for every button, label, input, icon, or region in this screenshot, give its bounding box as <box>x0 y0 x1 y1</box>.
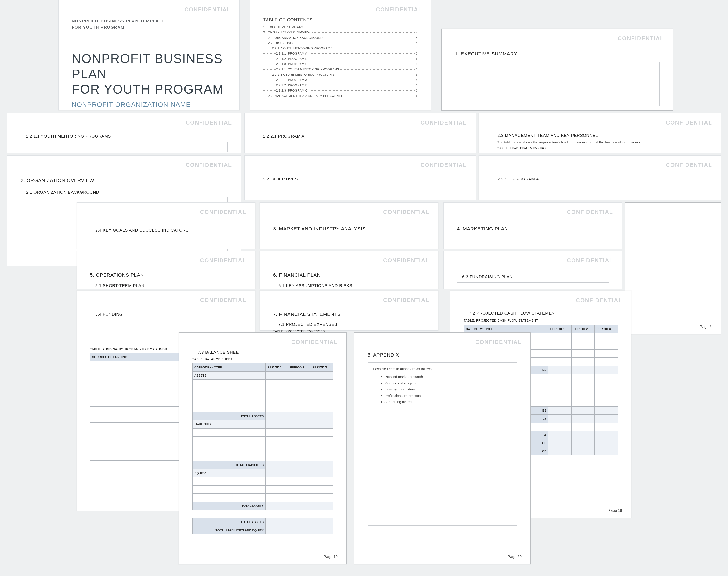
confidential-label: CONFIDENTIAL <box>567 257 613 264</box>
content-box <box>455 62 660 106</box>
toc-row: 2.2.2.3 PROGRAM C6 <box>263 88 418 93</box>
confidential-label: CONFIDENTIAL <box>666 162 712 168</box>
page-balance-sheet: CONFIDENTIAL 7.3 BALANCE SHEET TABLE: BA… <box>179 333 347 564</box>
toc-row: 2.2.1 YOUTH MENTORING PROGRAMS5 <box>263 46 418 51</box>
confidential-label: CONFIDENTIAL <box>186 119 232 126</box>
page-key-goals: CONFIDENTIAL 2.4 KEY GOALS AND SUCCESS I… <box>77 202 255 249</box>
col-period1: PERIOD 1 <box>548 325 572 333</box>
toc-heading: TABLE OF CONTENTS <box>263 18 418 23</box>
section-fin-stmts: 7. FINANCIAL STATEMENTS <box>273 312 425 317</box>
confidential-label: CONFIDENTIAL <box>383 257 429 264</box>
page-objectives: CONFIDENTIAL 2.2 OBJECTIVES <box>244 155 476 200</box>
page-market-analysis: CONFIDENTIAL 3. MARKET AND INDUSTRY ANAL… <box>260 202 438 249</box>
page-exec-summary: CONFIDENTIAL 1. EXECUTIVE SUMMARY <box>441 29 673 111</box>
appendix-lead: Possible items to attach are as follows: <box>373 367 512 371</box>
section-fundraising: 6.3 FUNDRAISING PLAN <box>462 275 609 279</box>
toc-row: 2.2 OBJECTIVES5 <box>263 40 418 46</box>
section-financial: 6. FINANCIAL PLAN <box>273 272 425 278</box>
confidential-label: CONFIDENTIAL <box>475 339 522 345</box>
content-box <box>258 142 462 152</box>
appendix-item: Industry information <box>384 386 512 393</box>
confidential-label: CONFIDENTIAL <box>200 297 246 303</box>
section-cash-flow: 7.2 PROJECTED CASH FLOW STATEMENT <box>469 311 618 316</box>
page-number: Page 18 <box>608 509 622 513</box>
template-title-line1: NONPROFIT BUSINESS PLAN TEMPLATE <box>72 19 226 24</box>
page-program-a-2221: CONFIDENTIAL 2.2.2.1 PROGRAM A <box>244 113 476 153</box>
section-balance-sheet: 7.3 BALANCE SHEET <box>198 350 333 355</box>
page-management-team: CONFIDENTIAL 2.3 MANAGEMENT TEAM AND KEY… <box>479 113 721 153</box>
mgmt-table-label: TABLE: LEAD TEAM MEMBERS <box>497 147 708 150</box>
toc-row: 2.2.1.1 PROGRAM A6 <box>263 51 418 56</box>
confidential-label: CONFIDENTIAL <box>383 297 429 303</box>
page-marketing-plan: CONFIDENTIAL 4. MARKETING PLAN <box>443 202 622 249</box>
section-market: 3. MARKET AND INDUSTRY ANALYSIS <box>273 226 425 232</box>
section-key-goals: 2.4 KEY GOALS AND SUCCESS INDICATORS <box>95 228 242 233</box>
confidential-label: CONFIDENTIAL <box>576 297 622 304</box>
col-period3: PERIOD 3 <box>311 364 333 372</box>
page-cover: CONFIDENTIAL NONPROFIT BUSINESS PLAN TEM… <box>58 0 240 111</box>
page-financial-statements: CONFIDENTIAL 7. FINANCIAL STATEMENTS 7.1… <box>260 291 438 330</box>
section-funding: 6.4 FUNDING <box>95 312 242 317</box>
title-line1: NONPROFIT BUSINESS PLAN <box>72 51 226 81</box>
col-category: CATEGORY / TYPE <box>464 325 548 333</box>
col-period2: PERIOD 2 <box>288 364 311 372</box>
section-marketing: 4. MARKETING PLAN <box>457 226 609 232</box>
confidential-label: CONFIDENTIAL <box>618 35 664 41</box>
toc-row: 2.2.1.2 PROGRAM B6 <box>263 56 418 62</box>
section-mgmt-team: 2.3 MANAGEMENT TEAM AND KEY PERSONNEL <box>497 133 708 138</box>
page-program-a-2211: CONFIDENTIAL 2.2.1.1 PROGRAM A <box>479 155 721 200</box>
toc-row: 2. ORGANIZATION OVERVIEW4 <box>263 30 418 35</box>
page-fundraising: CONFIDENTIAL 6.3 FUNDRAISING PLAN <box>443 251 622 289</box>
col-period2: PERIOD 2 <box>572 325 594 333</box>
section-org-background: 2.1 ORGANIZATION BACKGROUND <box>26 190 228 195</box>
toc-row: 2.2.1.3 PROGRAM C6 <box>263 62 418 67</box>
appendix-box: Possible items to attach are as follows:… <box>368 362 517 526</box>
confidential-label: CONFIDENTIAL <box>666 119 712 126</box>
col-period3: PERIOD 3 <box>594 325 618 333</box>
appendix-item: Professional references <box>384 393 512 399</box>
confidential-label: CONFIDENTIAL <box>200 209 246 215</box>
toc-row: 2.2.2 FUTURE MENTORING PROGRAMS6 <box>263 72 418 78</box>
confidential-label: CONFIDENTIAL <box>291 339 338 345</box>
template-title-line2: FOR YOUTH PROGRAM <box>72 25 226 30</box>
section-operations: 5. OPERATIONS PLAN <box>90 272 242 278</box>
toc-row: 2.1 ORGANIZATION BACKGROUND4 <box>263 35 418 40</box>
page-financial-plan: CONFIDENTIAL 6. FINANCIAL PLAN 6.1 KEY A… <box>260 251 438 289</box>
appendix-item: Resumes of key people <box>384 380 512 386</box>
section-assumptions: 6.1 KEY ASSUMPTIONS AND RISKS <box>279 283 425 288</box>
page-number: Page 6 <box>700 325 712 329</box>
page-number: Page 19 <box>324 555 338 559</box>
section-exec-summary: 1. EXECUTIVE SUMMARY <box>455 51 660 57</box>
confidential-label: CONFIDENTIAL <box>186 162 232 168</box>
content-box <box>457 236 609 247</box>
page-toc: CONFIDENTIAL TABLE OF CONTENTS 1. EXECUT… <box>250 0 431 111</box>
page-appendix: CONFIDENTIAL 8. APPENDIX Possible items … <box>354 333 531 564</box>
page-youth-mentoring: CONFIDENTIAL 2.2.1.1 YOUTH MENTORING PRO… <box>7 113 241 153</box>
content-box <box>258 185 462 197</box>
appendix-item: Detailed market research <box>384 374 512 380</box>
page-operations: CONFIDENTIAL 5. OPERATIONS PLAN 5.1 SHOR… <box>77 251 255 289</box>
mgmt-desc: The table below shows the organization's… <box>497 140 708 144</box>
page-number: Page 20 <box>508 555 522 559</box>
content-box <box>90 236 242 247</box>
content-box <box>273 236 425 247</box>
section-2221: 2.2.2.1 PROGRAM A <box>263 134 462 139</box>
section-appendix: 8. APPENDIX <box>368 352 517 358</box>
funding-table: SOURCES OF FUNDING <box>90 353 184 461</box>
content-box <box>21 142 228 152</box>
confidential-label: CONFIDENTIAL <box>376 6 422 13</box>
section-short-term: 5.1 SHORT-TERM PLAN <box>95 283 242 288</box>
toc-row: 2.2.1.1 YOUTH MENTORING PROGRAMS6 <box>263 67 418 72</box>
col-category: CATEGORY / TYPE <box>193 364 266 372</box>
confidential-label: CONFIDENTIAL <box>420 162 467 168</box>
org-name: NONPROFIT ORGANIZATION NAME <box>72 101 226 108</box>
section-org-overview: 2. ORGANIZATION OVERVIEW <box>21 178 228 183</box>
confidential-label: CONFIDENTIAL <box>383 209 429 215</box>
balance-table-label: TABLE: BALANCE SHEET <box>192 357 333 361</box>
funding-col: SOURCES OF FUNDING <box>90 353 184 361</box>
toc-row: 1. EXECUTIVE SUMMARY3 <box>263 25 418 30</box>
content-box <box>457 282 609 289</box>
col-period1: PERIOD 1 <box>266 364 288 372</box>
confidential-label: CONFIDENTIAL <box>567 209 613 215</box>
toc-row: 2.2.2.1 PROGRAM A6 <box>263 78 418 83</box>
